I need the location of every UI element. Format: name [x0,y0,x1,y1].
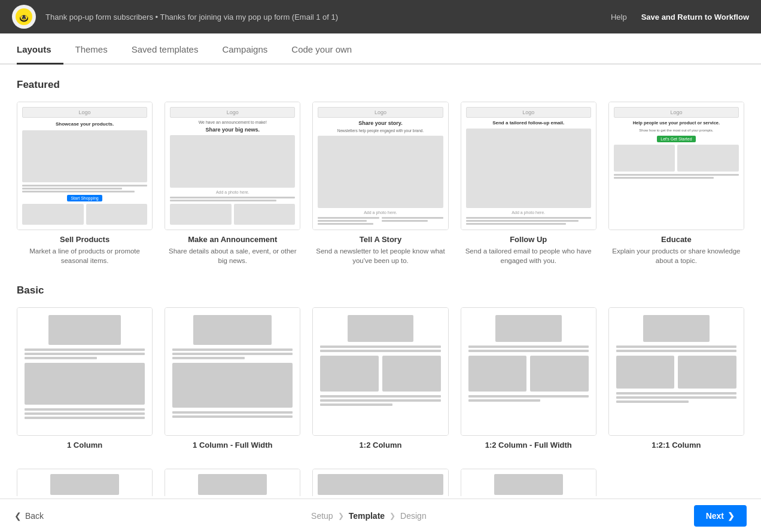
preview-img-row [320,356,440,392]
preview-row [614,145,739,172]
preview-line [320,395,440,398]
save-return-button[interactable]: Save and Return to Workflow [641,13,749,22]
preview-line [468,395,589,398]
preview-line [25,417,145,419]
template-educate-desc: Explain your products or share knowledge… [608,246,744,265]
preview-text [614,174,739,179]
preview-line [25,348,145,351]
preview-main-img [318,136,443,208]
basic-grid: 1 Column [17,307,744,450]
template-educate[interactable]: Logo Help people use your product or ser… [608,102,744,265]
tab-saved-templates[interactable]: Saved templates [132,33,211,65]
preview-line [170,200,276,201]
preview-line [172,411,293,414]
preview-line [614,174,739,176]
preview-lines [616,346,736,352]
template-basic-extra-2-preview [165,469,300,496]
template-basic-extra-2[interactable] [165,469,300,496]
preview-line [616,400,689,403]
preview-line [466,223,566,225]
preview-row [318,217,443,225]
preview-img-row [468,356,589,392]
preview-line [320,399,440,402]
preview-line [22,191,135,192]
template-1-2-column[interactable]: 1:2 Column [312,307,448,450]
preview-img [348,315,414,342]
help-button[interactable]: Help [611,13,627,22]
template-sell-products-desc: Market a line of products or promote sea… [17,246,153,265]
preview-line [170,197,295,198]
preview-img [643,315,710,342]
preview-img-col [530,356,589,392]
template-followup[interactable]: Logo Send a tailored follow-up email. Ad… [461,102,596,265]
preview-img-sm [614,145,675,172]
template-basic-extra-4[interactable] [461,469,596,496]
preview-headline: Share your story. [318,120,443,126]
preview-text [170,197,295,201]
preview-img-sm [234,204,296,225]
preview-headline: Help people use your product or service. [614,120,739,126]
preview-text [22,185,147,192]
template-sell-products[interactable]: Logo Showcase your products. Start Shopp… [17,102,153,265]
svg-point-4 [22,16,23,17]
template-announcement[interactable]: Logo We have an announcement to make! Sh… [165,102,300,265]
preview-line [466,217,591,219]
preview-logo: Logo [614,107,739,118]
template-1-2-1-column-label: 1:2:1 Column [608,441,744,450]
template-1-2-column-full-label: 1:2 Column - Full Width [461,441,596,450]
template-1-column[interactable]: 1 Column [17,307,153,450]
preview-line [382,220,428,222]
preview-line [25,353,145,355]
preview-lines [468,346,589,352]
template-1-2-column-label: 1:2 Column [312,441,448,450]
template-1-column-full[interactable]: 1 Column - Full Width [165,307,300,450]
template-1-2-1-column[interactable]: 1:2:1 Column [608,307,744,450]
preview-img-col [320,356,379,392]
template-1-2-column-full[interactable]: 1:2 Column - Full Width [461,307,596,450]
preview-img-row [616,356,736,389]
template-story-label: Tell A Story [312,235,448,244]
preview-line [318,220,367,222]
preview-subtext: Show how to get the most out of your pro… [614,129,739,133]
mailchimp-logo [12,5,36,29]
preview-line [25,408,145,411]
template-basic-extra-3[interactable] [312,469,448,496]
preview-line [318,217,379,219]
template-story[interactable]: Logo Share your story. Newsletters help … [312,102,448,265]
template-1-column-full-preview [165,307,300,436]
preview-col [318,217,379,225]
template-educate-preview: Logo Help people use your product or ser… [608,102,744,230]
preview-lines [320,395,440,406]
preview-row [170,204,295,225]
template-basic-extra-1[interactable] [17,469,153,496]
template-followup-label: Follow Up [461,235,596,244]
preview-lines [616,392,736,403]
template-basic-extra-4-preview [461,469,596,496]
template-followup-desc: Send a tailored email to people who have… [461,246,596,265]
template-announcement-preview: Logo We have an announcement to make! Sh… [165,102,300,230]
preview-subtext: Newsletters help people engaged with you… [318,129,443,133]
tab-themes[interactable]: Themes [75,33,120,65]
preview-lines [25,348,145,359]
template-1-column-preview [17,307,153,436]
preview-main-img [22,130,147,182]
preview-img [494,474,563,495]
preview-line [320,350,440,352]
preview-line [25,357,97,359]
preview-line [172,348,293,351]
preview-logo: Logo [22,107,147,118]
preview-line [172,353,293,355]
preview-lines [172,348,293,359]
tab-code-your-own[interactable]: Code your own [291,33,364,65]
preview-caption: Add a photo here. [170,190,295,194]
preview-line [25,412,145,415]
tab-campaigns[interactable]: Campaigns [222,33,279,65]
preview-img-sm [170,204,232,225]
preview-img [48,315,121,345]
preview-lines [320,346,440,352]
preview-caption: Add a photo here. [318,210,443,215]
preview-line [382,217,443,219]
preview-line [468,346,589,348]
tab-layouts[interactable]: Layouts [17,33,63,65]
preview-line [616,346,736,348]
